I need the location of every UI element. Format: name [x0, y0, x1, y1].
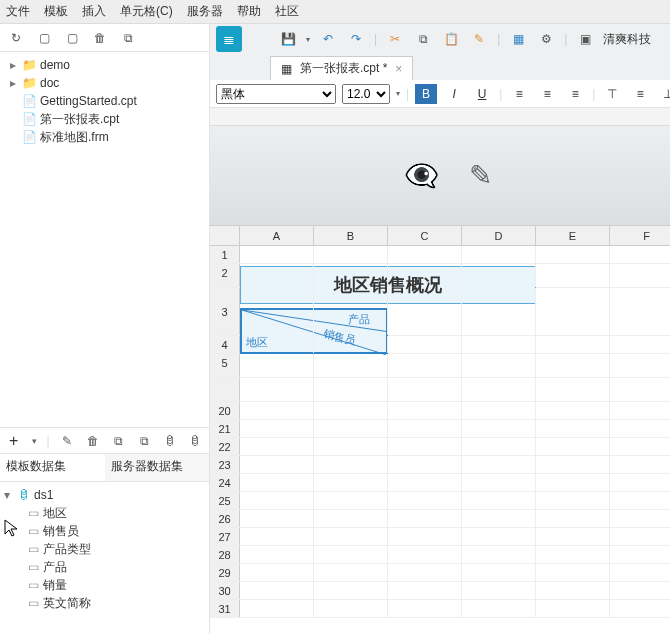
visibility-off-icon[interactable]: 👁‍🗨: [404, 159, 439, 192]
dataset-tabs: 模板数据集 服务器数据集: [0, 453, 209, 482]
align-center-icon[interactable]: ≡: [536, 84, 558, 104]
redo-icon[interactable]: ↷: [346, 29, 366, 49]
ds-field[interactable]: ▭产品类型: [4, 540, 205, 558]
document-tab[interactable]: ▦ 第一张报表.cpt * ×: [270, 56, 413, 80]
dataset-toolbar: + ▾ | ✎ 🗑 ⧉ ⧉ 🛢 🛢: [0, 427, 209, 453]
copy-icon[interactable]: ⧉: [413, 29, 433, 49]
row-header[interactable]: [210, 378, 240, 401]
cursor-icon: [4, 519, 22, 537]
add-ds-icon[interactable]: +: [6, 431, 22, 451]
close-icon[interactable]: ×: [395, 62, 402, 76]
file-icon: 📄: [22, 94, 36, 108]
bold-button[interactable]: B: [415, 84, 437, 104]
row-header[interactable]: 5: [210, 354, 240, 377]
row-header[interactable]: 25: [210, 492, 240, 509]
preview-icon[interactable]: ▦: [508, 29, 528, 49]
row-header[interactable]: 31: [210, 600, 240, 617]
tab-server-ds[interactable]: 服务器数据集: [105, 454, 210, 481]
ds-field[interactable]: ▭产品: [4, 558, 205, 576]
delete-icon[interactable]: 🗑: [90, 28, 110, 48]
align-left-icon[interactable]: ≡: [508, 84, 530, 104]
menu-template[interactable]: 模板: [44, 3, 68, 20]
save-icon[interactable]: 💾: [278, 29, 298, 49]
font-size-select[interactable]: 12.0: [342, 84, 390, 104]
ds-field[interactable]: ▭销售员: [4, 522, 205, 540]
tree-item[interactable]: ▸📁demo: [4, 56, 205, 74]
dataset-tree: ▾🛢ds1 ▭地区 ▭销售员 ▭产品类型 ▭产品 ▭销量 ▭英文简称: [0, 482, 209, 616]
settings-icon[interactable]: ⚙: [536, 29, 556, 49]
db2-icon[interactable]: 🛢: [187, 431, 203, 451]
file-icon: 📄: [22, 130, 36, 144]
row-header[interactable]: 1: [210, 246, 240, 263]
edit-header-icon[interactable]: ✎: [469, 159, 492, 192]
menu-file[interactable]: 文件: [6, 3, 30, 20]
row-header[interactable]: 2: [210, 264, 240, 287]
row-header[interactable]: 24: [210, 474, 240, 491]
menu-cell[interactable]: 单元格(C): [120, 3, 173, 20]
newfile-icon[interactable]: ▢: [34, 28, 54, 48]
refresh-icon[interactable]: ↻: [6, 28, 26, 48]
row-header[interactable]: 23: [210, 456, 240, 473]
row-header[interactable]: 4: [210, 336, 240, 353]
ruler-horizontal: [210, 108, 670, 126]
row-header[interactable]: 27: [210, 528, 240, 545]
valign-bot-icon[interactable]: ⊥: [657, 84, 670, 104]
paste-ds-icon[interactable]: ⧉: [136, 431, 152, 451]
ds-field[interactable]: ▭销量: [4, 576, 205, 594]
ds-field[interactable]: ▭地区: [4, 504, 205, 522]
folder-icon: 📁: [22, 58, 36, 72]
undo-icon[interactable]: ↶: [318, 29, 338, 49]
tab-icon: ▦: [281, 62, 292, 76]
brand-label: 清爽科技: [603, 31, 651, 48]
row-header[interactable]: 21: [210, 420, 240, 437]
row-header[interactable]: 22: [210, 438, 240, 455]
db-icon: 🛢: [18, 488, 30, 502]
app1-icon[interactable]: ▣: [575, 29, 595, 49]
file-icon: 📄: [22, 112, 36, 126]
col-header[interactable]: D: [462, 226, 536, 245]
valign-mid-icon[interactable]: ≡: [629, 84, 651, 104]
row-header[interactable]: 20: [210, 402, 240, 419]
tree-item[interactable]: 📄第一张报表.cpt: [4, 110, 205, 128]
menu-help[interactable]: 帮助: [237, 3, 261, 20]
select-all-corner[interactable]: [210, 226, 240, 245]
delete-ds-icon[interactable]: 🗑: [85, 431, 101, 451]
right-panel: ≣ 💾 ▾ ↶ ↷ | ✂ ⧉ 📋 ✎ | ▦ ⚙ | ▣ 清爽科技 ▦ 第一张…: [210, 24, 670, 634]
row-header[interactable]: 28: [210, 546, 240, 563]
tree-item[interactable]: 📄GettingStarted.cpt: [4, 92, 205, 110]
col-header[interactable]: A: [240, 226, 314, 245]
col-header[interactable]: E: [536, 226, 610, 245]
paste-icon[interactable]: 📋: [441, 29, 461, 49]
newfolder-icon[interactable]: ▢: [62, 28, 82, 48]
menubar: 文件 模板 插入 单元格(C) 服务器 帮助 社区: [0, 0, 670, 24]
row-header[interactable]: 26: [210, 510, 240, 527]
page-header-area[interactable]: 👁‍🗨 ✎: [210, 126, 670, 226]
italic-button[interactable]: I: [443, 84, 465, 104]
row-header[interactable]: 29: [210, 564, 240, 581]
menu-insert[interactable]: 插入: [82, 3, 106, 20]
cut-icon[interactable]: ✂: [385, 29, 405, 49]
tab-template-ds[interactable]: 模板数据集: [0, 454, 105, 481]
col-header[interactable]: B: [314, 226, 388, 245]
col-header[interactable]: C: [388, 226, 462, 245]
align-right-icon[interactable]: ≡: [564, 84, 586, 104]
row-header[interactable]: 3: [210, 288, 240, 335]
menu-server[interactable]: 服务器: [187, 3, 223, 20]
col-header[interactable]: F: [610, 226, 670, 245]
menu-community[interactable]: 社区: [275, 3, 299, 20]
valign-top-icon[interactable]: ⊤: [601, 84, 623, 104]
edit-ds-icon[interactable]: ✎: [60, 431, 76, 451]
ds-root[interactable]: ▾🛢ds1: [4, 486, 205, 504]
tree-item[interactable]: ▸📁doc: [4, 74, 205, 92]
ds-field[interactable]: ▭英文简称: [4, 594, 205, 612]
copy-ds-icon[interactable]: ⧉: [111, 431, 127, 451]
row-header[interactable]: 30: [210, 582, 240, 599]
db1-icon[interactable]: 🛢: [162, 431, 178, 451]
copy-icon[interactable]: ⧉: [118, 28, 138, 48]
underline-button[interactable]: U: [471, 84, 493, 104]
brush-icon[interactable]: ✎: [469, 29, 489, 49]
app-logo-icon: ≣: [216, 26, 242, 52]
font-select[interactable]: 黑体: [216, 84, 336, 104]
format-toolbar: 黑体 12.0 ▾ | B I U | ≡ ≡ ≡ | ⊤ ≡ ⊥: [210, 80, 670, 108]
tree-item[interactable]: 📄标准地图.frm: [4, 128, 205, 146]
